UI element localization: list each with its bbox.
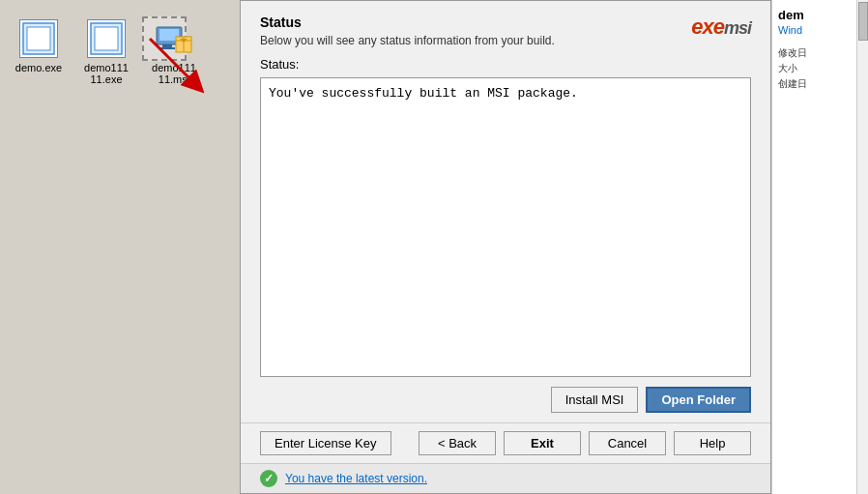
open-folder-button[interactable]: Open Folder — [646, 387, 751, 413]
info-line-1: 修改日 — [778, 45, 862, 61]
exemsi-logo: exemsi — [691, 15, 751, 40]
status-label: Status: — [260, 57, 751, 72]
status-bar: ✓ You have the latest version. — [241, 463, 770, 493]
logo-ex-part: exe — [691, 15, 724, 39]
red-arrow — [140, 29, 217, 109]
exit-button[interactable]: Exit — [504, 431, 581, 455]
file-demo111-exe[interactable]: demo11111.exe — [77, 19, 135, 85]
status-textbox: You've successfully built an MSI package… — [260, 77, 751, 377]
latest-version-label: You have the latest version. — [285, 472, 427, 485]
dialog-header: Status Below you will see any status inf… — [241, 1, 770, 57]
dialog: Status Below you will see any status inf… — [240, 0, 771, 494]
enter-license-key-button[interactable]: Enter License Key — [260, 431, 391, 455]
install-msi-button[interactable]: Install MSI — [551, 387, 639, 413]
back-button[interactable]: < Back — [419, 431, 496, 455]
scrollbar-thumb[interactable] — [858, 2, 868, 41]
logo-msi-part: msi — [724, 18, 751, 38]
status-section: Status: You've successfully built an MSI… — [241, 57, 770, 377]
right-panel-scrollbar[interactable] — [856, 0, 868, 494]
bottom-right-buttons: < Back Exit Cancel Help — [419, 431, 751, 455]
right-panel: dem Wind 修改日 大小 创建日 — [771, 0, 868, 494]
demo111-exe-label: demo11111.exe — [84, 62, 129, 85]
right-panel-info: 修改日 大小 创建日 — [778, 45, 862, 92]
action-buttons-row: Install MSI Open Folder — [241, 377, 770, 422]
right-panel-subtitle: Wind — [778, 24, 862, 36]
info-line-2: 大小 — [778, 61, 862, 76]
exe-icon — [19, 19, 58, 58]
dialog-subtitle: Below you will see any status informatio… — [260, 34, 555, 47]
svg-rect-2 — [27, 27, 50, 50]
cancel-button[interactable]: Cancel — [589, 431, 666, 455]
svg-rect-5 — [95, 27, 118, 50]
svg-line-15 — [150, 39, 196, 85]
help-button[interactable]: Help — [674, 431, 751, 455]
demo-exe-label: demo.exe — [15, 62, 62, 73]
bottom-buttons-row: Enter License Key < Back Exit Cancel Hel… — [241, 422, 770, 463]
latest-version-text[interactable]: You have the latest version. — [285, 472, 427, 485]
status-text: You've successfully built an MSI package… — [269, 86, 578, 101]
exe-icon-2 — [87, 19, 126, 58]
file-demo-exe[interactable]: demo.exe — [10, 19, 68, 73]
check-icon: ✓ — [260, 470, 277, 487]
right-panel-title: dem — [778, 8, 862, 22]
dialog-title: Status — [260, 15, 555, 30]
info-line-3: 创建日 — [778, 76, 862, 92]
